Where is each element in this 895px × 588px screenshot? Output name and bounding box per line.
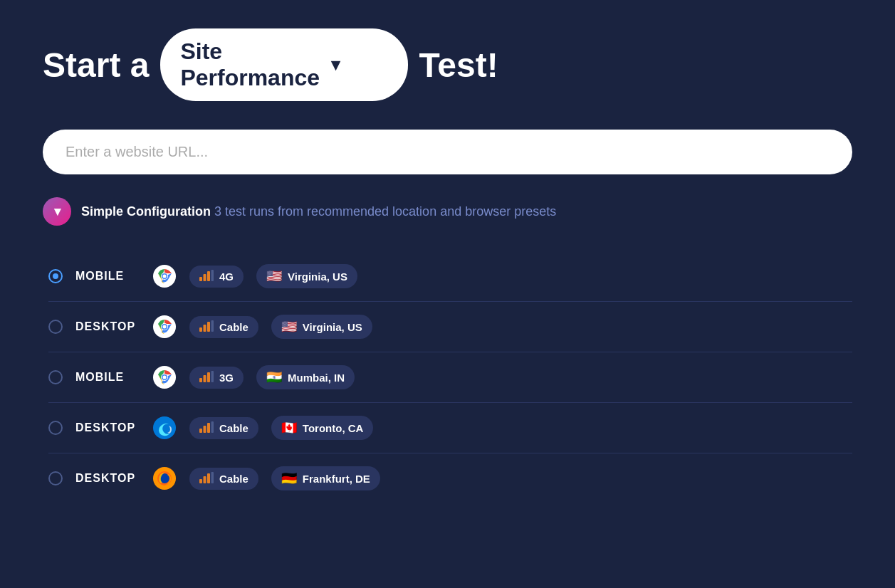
test-row: DESKTOP Cable 🇩🇪 Frankfurt, DE bbox=[48, 453, 852, 503]
config-label-detail: 3 test runs from recommended location an… bbox=[211, 204, 556, 219]
toggle-chevron-icon: ▾ bbox=[54, 204, 61, 219]
signal-icon bbox=[199, 472, 214, 485]
signal-icon bbox=[199, 270, 214, 283]
url-input[interactable] bbox=[43, 130, 852, 174]
header-prefix: Start a bbox=[43, 46, 149, 85]
config-label: Simple Configuration 3 test runs from re… bbox=[81, 204, 556, 219]
radio-button[interactable] bbox=[48, 269, 63, 283]
location-text: Frankfurt, DE bbox=[303, 473, 370, 485]
test-row: DESKTOP Cable 🇺🇸 bbox=[48, 302, 852, 352]
radio-button[interactable] bbox=[48, 421, 63, 435]
config-toggle-button[interactable]: ▾ bbox=[43, 197, 71, 226]
svg-rect-22 bbox=[207, 372, 210, 382]
edge-browser-icon bbox=[152, 416, 177, 440]
svg-point-19 bbox=[163, 376, 167, 379]
svg-rect-26 bbox=[204, 426, 206, 433]
connection-badge: Cable bbox=[189, 316, 258, 338]
svg-rect-14 bbox=[207, 322, 210, 332]
svg-rect-6 bbox=[207, 271, 210, 281]
signal-icon bbox=[199, 371, 214, 384]
chevron-down-icon: ▾ bbox=[331, 55, 388, 75]
radio-button[interactable] bbox=[48, 370, 63, 384]
svg-rect-12 bbox=[199, 327, 202, 332]
test-row: MOBILE 3G 🇮🇳 bbox=[48, 352, 852, 403]
svg-rect-13 bbox=[204, 325, 206, 332]
location-badge: 🇨🇦 Toronto, CA bbox=[271, 416, 374, 440]
connection-type: 4G bbox=[219, 271, 234, 283]
svg-point-3 bbox=[163, 275, 167, 278]
main-container: Start a Site Performance ▾ Test! ▾ Simpl… bbox=[43, 28, 852, 503]
svg-rect-7 bbox=[211, 270, 214, 281]
location-text: Virginia, US bbox=[303, 321, 362, 333]
location-text: Mumbai, IN bbox=[288, 372, 345, 384]
signal-icon bbox=[199, 421, 214, 435]
svg-rect-21 bbox=[204, 375, 206, 382]
connection-badge: Cable bbox=[189, 417, 258, 439]
url-input-wrapper bbox=[43, 130, 852, 174]
location-badge: 🇺🇸 Virginia, US bbox=[271, 315, 372, 339]
svg-rect-32 bbox=[199, 479, 202, 483]
test-row: DESKTOP Cable 🇨🇦 Toronto, CA bbox=[48, 403, 852, 453]
connection-type: Cable bbox=[219, 473, 248, 485]
location-badge: 🇩🇪 Frankfurt, DE bbox=[271, 466, 380, 490]
device-label: DESKTOP bbox=[75, 472, 140, 485]
connection-badge: Cable bbox=[189, 468, 258, 490]
device-label: DESKTOP bbox=[75, 421, 140, 434]
location-badge: 🇺🇸 Virginia, US bbox=[256, 264, 357, 288]
flag-icon: 🇺🇸 bbox=[281, 319, 297, 335]
connection-type: Cable bbox=[219, 321, 248, 333]
flag-icon: 🇨🇦 bbox=[281, 420, 297, 436]
test-rows-container: MOBILE 4G 🇺🇸 bbox=[43, 251, 852, 503]
test-row: MOBILE 4G 🇺🇸 bbox=[48, 251, 852, 302]
chrome-browser-icon bbox=[152, 315, 177, 339]
radio-button[interactable] bbox=[48, 320, 63, 334]
connection-badge: 3G bbox=[189, 367, 244, 389]
svg-point-11 bbox=[163, 325, 167, 329]
dropdown-label: Site Performance bbox=[180, 38, 320, 91]
svg-rect-35 bbox=[211, 472, 214, 483]
connection-badge: 4G bbox=[189, 266, 244, 288]
location-text: Virginia, US bbox=[288, 271, 347, 283]
chrome-browser-icon bbox=[152, 365, 177, 389]
header-suffix: Test! bbox=[419, 46, 498, 85]
chrome-browser-icon bbox=[152, 264, 177, 288]
flag-icon: 🇮🇳 bbox=[266, 369, 282, 385]
connection-type: 3G bbox=[219, 372, 234, 384]
svg-rect-15 bbox=[211, 320, 214, 332]
svg-rect-20 bbox=[199, 378, 202, 382]
connection-type: Cable bbox=[219, 422, 248, 434]
device-label: DESKTOP bbox=[75, 320, 140, 333]
header: Start a Site Performance ▾ Test! bbox=[43, 28, 852, 101]
flag-icon: 🇩🇪 bbox=[281, 471, 297, 486]
firefox-browser-icon bbox=[152, 466, 177, 490]
config-label-bold: Simple Configuration bbox=[81, 204, 211, 219]
svg-rect-4 bbox=[199, 277, 202, 281]
svg-rect-33 bbox=[204, 476, 206, 483]
svg-rect-28 bbox=[211, 421, 214, 433]
svg-rect-25 bbox=[199, 429, 202, 433]
svg-rect-23 bbox=[211, 371, 214, 382]
simple-config-section: ▾ Simple Configuration 3 test runs from … bbox=[43, 197, 852, 226]
test-type-dropdown[interactable]: Site Performance ▾ bbox=[160, 28, 407, 101]
device-label: MOBILE bbox=[75, 371, 140, 384]
svg-point-24 bbox=[153, 416, 176, 439]
location-text: Toronto, CA bbox=[303, 422, 364, 434]
signal-icon bbox=[199, 320, 214, 334]
svg-rect-5 bbox=[204, 274, 206, 281]
radio-button[interactable] bbox=[48, 471, 63, 485]
location-badge: 🇮🇳 Mumbai, IN bbox=[256, 365, 355, 389]
svg-rect-34 bbox=[207, 473, 210, 483]
flag-icon: 🇺🇸 bbox=[266, 268, 282, 284]
device-label: MOBILE bbox=[75, 270, 140, 283]
svg-rect-27 bbox=[207, 423, 210, 433]
